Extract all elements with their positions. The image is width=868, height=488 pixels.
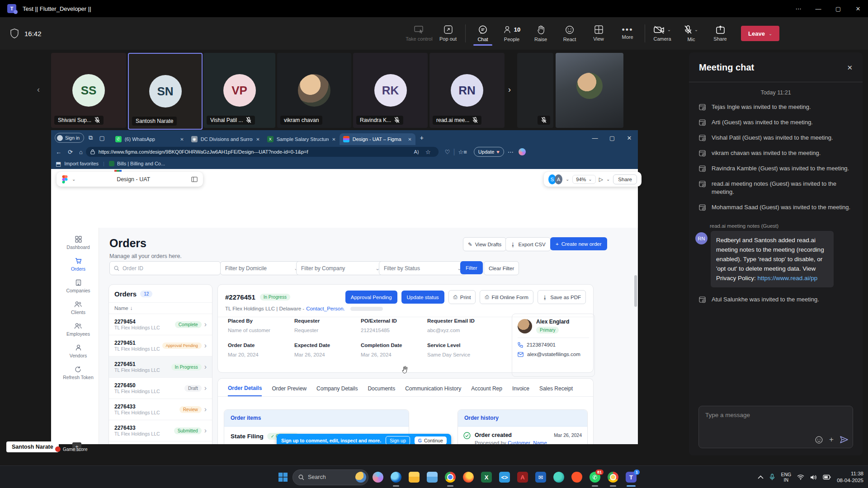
order-row-selected[interactable]: 2276451TL Flex Holdings LLC In Progress …: [109, 356, 212, 377]
window-more-button[interactable]: ⋯: [788, 0, 808, 17]
filter-company-dropdown[interactable]: Filter by Company⌄: [296, 261, 385, 275]
layout-columns-icon[interactable]: [191, 177, 198, 182]
pop-out-button[interactable]: Pop out: [434, 19, 462, 47]
tab-communication-history[interactable]: Communication History: [405, 385, 461, 396]
tab-close-icon[interactable]: ✕: [332, 137, 335, 142]
order-row[interactable]: 2276433TL Flex Holdings LLC Review ›: [109, 399, 212, 420]
tab-close-icon[interactable]: ✕: [180, 137, 184, 142]
mic-button[interactable]: ⌄ Mic: [677, 19, 706, 47]
game-score-widget[interactable]: Game score: [55, 446, 87, 452]
filter-button[interactable]: Filter: [460, 261, 483, 274]
firefox-icon[interactable]: [460, 467, 477, 488]
chat-close-icon[interactable]: ✕: [847, 64, 853, 72]
video-tile[interactable]: VP Vishal Patil ...: [203, 53, 275, 128]
video-tile-camera-on[interactable]: [556, 53, 623, 128]
tab-invoice[interactable]: Invoice: [512, 385, 529, 396]
video-tile[interactable]: RK Ravindra K...: [353, 53, 428, 128]
window-close-button[interactable]: ✕: [848, 0, 868, 17]
tab-company-details[interactable]: Company Details: [316, 385, 358, 396]
privacy-policy-link[interactable]: https://www.read.ai/pp: [758, 275, 818, 282]
home-icon[interactable]: ⌂: [79, 149, 83, 155]
wifi-icon[interactable]: [797, 474, 804, 480]
copilot-icon[interactable]: [369, 467, 387, 488]
mic-options-chevron[interactable]: ⌄: [694, 27, 698, 32]
update-status-button[interactable]: Update status: [401, 291, 444, 304]
browser-tab-maps[interactable]: ◉ DC Divisions and Surroundings ✕: [188, 133, 264, 145]
browser-settings-icon[interactable]: ⋯: [508, 149, 514, 155]
video-tile[interactable]: RN read.ai mee...: [429, 53, 505, 128]
leave-button[interactable]: Leave ⌄: [741, 26, 779, 41]
order-row[interactable]: 2279454TL Flex Holdings LLC Complete ›: [109, 314, 212, 335]
favorites-bar-icon[interactable]: ☆≡: [458, 149, 467, 155]
browser-tab-excel[interactable]: X Sample Salary Structure with calc ✕: [264, 133, 340, 145]
start-button[interactable]: [274, 467, 292, 488]
contact-email[interactable]: alex@vstatefilings.com: [527, 352, 580, 357]
sort-descending-icon[interactable]: ↓: [130, 305, 133, 311]
chat-button[interactable]: Chat: [468, 19, 497, 47]
print-button[interactable]: ⎙Print: [448, 290, 476, 304]
edge-icon[interactable]: [387, 467, 405, 488]
more-button[interactable]: ••• More: [613, 19, 642, 47]
view-drafts-button[interactable]: ✎View Drafts: [463, 237, 506, 251]
browser-tab-whatsapp[interactable]: ✆ (6) WhatsApp ✕: [112, 133, 188, 145]
refresh-icon[interactable]: ⟳: [68, 149, 73, 155]
language-indicator[interactable]: ENGIN: [781, 472, 791, 483]
brave-icon[interactable]: [568, 467, 585, 488]
clock[interactable]: 11:38 08-04-2025: [837, 470, 863, 484]
order-row[interactable]: 2279451TL Flex Holdings LLC Approval Pen…: [109, 335, 212, 356]
message-input[interactable]: [704, 411, 842, 431]
order-row[interactable]: 2276433TL Flex Holdings LLC Submitted ›: [109, 420, 212, 441]
window-minimize-button[interactable]: —: [808, 0, 828, 17]
browser-essentials-icon[interactable]: ♡: [445, 149, 450, 155]
raise-hand-button[interactable]: Raise: [526, 19, 555, 47]
chrome-profile-icon[interactable]: [604, 467, 622, 488]
video-tile-overflow[interactable]: [517, 53, 553, 128]
sidebar-item-vendors[interactable]: Vendors: [70, 344, 87, 358]
browser-maximize-button[interactable]: ▢: [604, 130, 621, 145]
window-maximize-button[interactable]: ▢: [828, 0, 848, 17]
tray-expand-chevron[interactable]: [758, 475, 764, 479]
sidebar-item-companies[interactable]: Companies: [66, 279, 90, 293]
canvas-scrollbar[interactable]: [634, 275, 637, 307]
sidebar-item-clients[interactable]: Clients: [71, 301, 85, 315]
tab-actions-icon[interactable]: ▢: [99, 135, 104, 141]
vscode-icon[interactable]: <>: [496, 467, 513, 488]
clear-filter-button[interactable]: Clear Filter: [484, 261, 519, 275]
browser-update-button[interactable]: Update ♥: [474, 147, 504, 157]
sidebar-item-dashboard[interactable]: Dashboard: [66, 236, 90, 250]
import-favorites-link[interactable]: Import favorites: [64, 161, 99, 166]
camera-options-chevron[interactable]: ⌄: [667, 27, 671, 32]
people-button[interactable]: 10 People: [497, 19, 526, 47]
filter-domicile-dropdown[interactable]: Filter by Domicile⌄: [220, 261, 303, 275]
fill-online-form-button[interactable]: ⎙Fill Online Form: [480, 290, 533, 304]
signup-button[interactable]: Sign up: [386, 436, 410, 444]
save-as-pdf-button[interactable]: ⭳Save as PDF: [538, 290, 586, 304]
browser-minimize-button[interactable]: —: [586, 130, 604, 145]
battery-icon[interactable]: [823, 474, 831, 480]
approval-pending-button[interactable]: Approval Pending: [345, 291, 397, 304]
column-header-name[interactable]: Name: [114, 305, 128, 311]
google-continue-button[interactable]: GContinue: [415, 436, 447, 444]
mail-icon[interactable]: ✉: [532, 467, 549, 488]
video-tile-active-speaker[interactable]: SN Santosh Narate: [128, 53, 203, 130]
tab-close-icon[interactable]: ✕: [256, 137, 259, 142]
chrome-icon[interactable]: [442, 467, 459, 488]
send-icon[interactable]: [840, 436, 848, 443]
share-button[interactable]: Share: [706, 19, 735, 47]
tab-order-details[interactable]: Order Details: [228, 385, 262, 396]
figma-share-button[interactable]: Share: [613, 174, 637, 184]
view-button[interactable]: View: [584, 19, 613, 47]
sidebar-item-refresh-token[interactable]: Refresh Token: [63, 366, 94, 380]
order-id-search-input[interactable]: Order ID: [109, 261, 221, 275]
react-button[interactable]: React: [555, 19, 584, 47]
browser-tab-figma[interactable]: Design - UAT – Figma ✕: [340, 133, 415, 145]
collaborators-chevron[interactable]: ⌄: [566, 177, 569, 182]
back-icon[interactable]: ←: [56, 149, 61, 155]
whatsapp-icon[interactable]: ✆81: [586, 467, 604, 488]
chat-input-box[interactable]: +: [698, 406, 853, 448]
favorite-star-icon[interactable]: ☆: [425, 149, 431, 155]
acrobat-icon[interactable]: A: [514, 467, 531, 488]
video-tile[interactable]: vikram chavan: [277, 53, 351, 128]
tab-documents[interactable]: Documents: [368, 385, 395, 396]
collaborator-avatar-a[interactable]: A: [555, 174, 562, 184]
